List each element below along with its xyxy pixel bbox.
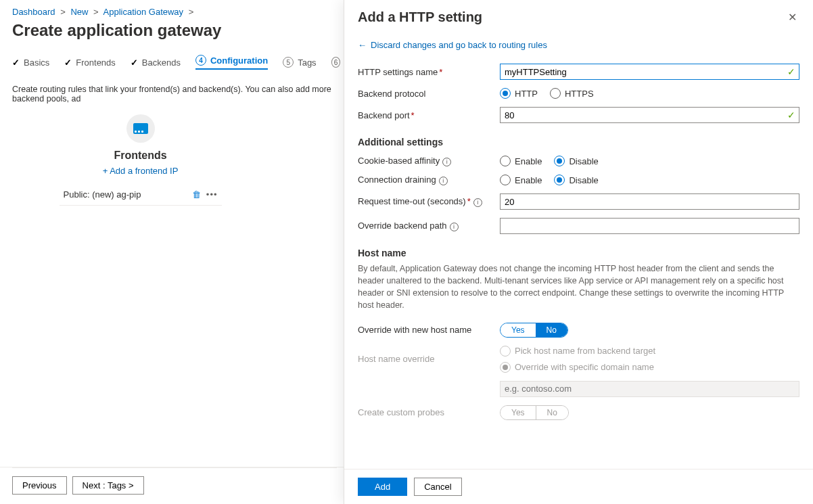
custom-probes-label: Create custom probes [358, 407, 500, 417]
cookie-affinity-label: Cookie-based affinity [358, 156, 440, 166]
additional-settings-heading: Additional settings [358, 137, 799, 147]
frontend-row-label: Public: (new) ag-pip [64, 189, 141, 200]
tab-tags[interactable]: 5Tags [283, 57, 316, 68]
add-frontend-ip-link[interactable]: + Add a frontend IP [103, 166, 179, 176]
backend-port-label: Backend port [358, 110, 410, 120]
previous-button[interactable]: Previous [12, 476, 67, 495]
hostname-description: By default, Application Gateway does not… [358, 262, 799, 312]
pick-from-backend-radio: Pick host name from backend target [500, 346, 655, 357]
add-http-setting-panel: Add a HTTP setting ✕ ← Discard changes a… [344, 0, 813, 504]
panel-title: Add a HTTP setting [358, 9, 482, 25]
backend-protocol-label: Backend protocol [358, 89, 500, 99]
info-icon[interactable]: i [442, 158, 451, 166]
toggle-no[interactable]: No [536, 323, 567, 337]
protocol-http-radio[interactable]: HTTP [500, 88, 538, 99]
override-specific-radio: Override with specific domain name [500, 362, 654, 373]
toggle-no: No [536, 406, 568, 419]
timeout-label: Request time-out (seconds) [358, 196, 466, 206]
drain-enable-radio[interactable]: Enable [500, 175, 542, 185]
drain-disable-radio[interactable]: Disable [554, 175, 598, 185]
connection-draining-label: Connection draining [358, 175, 436, 185]
tab-frontends[interactable]: ✓Frontends [64, 58, 116, 68]
check-icon: ✓ [787, 66, 795, 77]
backend-port-input[interactable] [500, 107, 799, 123]
frontends-column: Frontends + Add a frontend IP Public: (n… [12, 114, 269, 206]
override-hostname-toggle[interactable]: Yes No [500, 323, 568, 338]
wizard-tabs: ✓Basics ✓Frontends ✓Backends 4Configurat… [0, 52, 344, 79]
tab-backends[interactable]: ✓Backends [131, 58, 181, 68]
override-backend-path-input[interactable] [500, 218, 799, 234]
hostname-override-label: Host name override [358, 354, 500, 364]
frontends-icon [126, 114, 155, 143]
override-path-label: Override backend path [358, 221, 447, 231]
frontends-title: Frontends [114, 150, 166, 162]
request-timeout-input[interactable] [500, 193, 799, 210]
page-title: Create application gateway [0, 20, 344, 52]
wizard-footer: Previous Next : Tags > [12, 467, 337, 495]
toggle-yes[interactable]: Yes [501, 323, 536, 337]
tab-configuration[interactable]: 4Configuration [195, 55, 268, 70]
info-icon[interactable]: i [439, 177, 448, 185]
more-icon[interactable]: ••• [206, 189, 218, 200]
close-icon[interactable]: ✕ [785, 8, 799, 26]
http-settings-name-input[interactable] [500, 64, 799, 80]
breadcrumb: Dashboard > New > Application Gateway > [0, 0, 344, 20]
delete-icon[interactable]: 🗑 [192, 189, 201, 200]
domain-name-input [500, 381, 799, 397]
breadcrumb-item[interactable]: Application Gateway [103, 7, 184, 17]
check-icon: ✓ [787, 110, 795, 120]
toggle-yes: Yes [501, 406, 536, 419]
discard-link[interactable]: ← Discard changes and go back to routing… [358, 40, 547, 50]
arrow-left-icon: ← [358, 40, 367, 50]
cancel-button[interactable]: Cancel [414, 478, 461, 496]
protocol-https-radio[interactable]: HTTPS [550, 88, 594, 99]
hostname-heading: Host name [358, 248, 799, 258]
custom-probes-toggle: Yes No [500, 405, 569, 420]
info-icon[interactable]: i [450, 223, 459, 231]
frontend-row[interactable]: Public: (new) ag-pip 🗑 ••• [60, 184, 222, 206]
next-button[interactable]: Next : Tags > [72, 476, 144, 495]
add-button[interactable]: Add [358, 478, 407, 496]
override-newhost-label: Override with new host name [358, 325, 500, 335]
breadcrumb-item[interactable]: Dashboard [12, 7, 55, 17]
http-name-label: HTTP settings name [358, 67, 438, 77]
breadcrumb-item[interactable]: New [70, 7, 88, 17]
cookie-enable-radio[interactable]: Enable [500, 156, 542, 166]
panel-footer: Add Cancel [344, 469, 813, 504]
subtext: Create routing rules that link your fron… [0, 79, 344, 114]
cookie-disable-radio[interactable]: Disable [554, 156, 598, 166]
tab-basics[interactable]: ✓Basics [12, 58, 49, 68]
info-icon[interactable]: i [473, 198, 482, 207]
